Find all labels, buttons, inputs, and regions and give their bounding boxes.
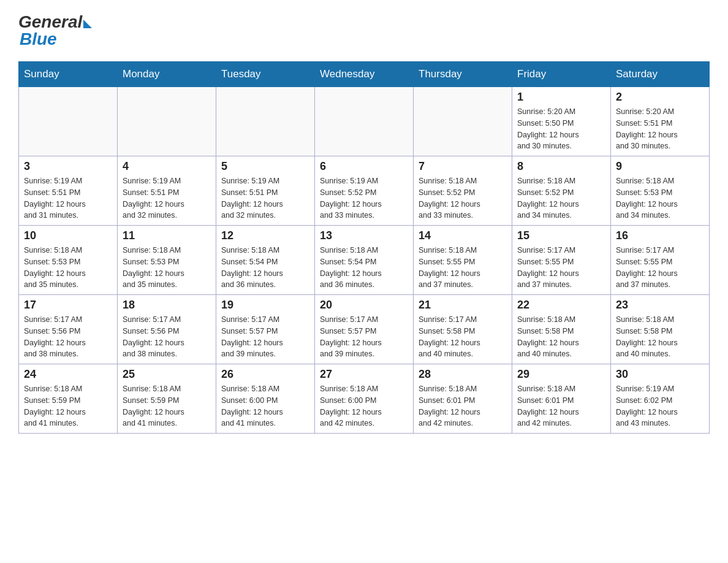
day-number: 2	[616, 91, 704, 104]
day-number: 28	[419, 368, 507, 381]
table-row	[216, 87, 315, 156]
table-row: 28Sunrise: 5:18 AM Sunset: 6:01 PM Dayli…	[414, 364, 512, 434]
day-number: 29	[517, 368, 605, 381]
table-row: 1Sunrise: 5:20 AM Sunset: 5:50 PM Daylig…	[512, 87, 611, 156]
day-info: Sunrise: 5:18 AM Sunset: 5:58 PM Dayligh…	[517, 314, 605, 360]
day-info: Sunrise: 5:18 AM Sunset: 5:54 PM Dayligh…	[320, 245, 408, 291]
table-row: 17Sunrise: 5:17 AM Sunset: 5:56 PM Dayli…	[19, 295, 118, 364]
calendar-header-row: SundayMondayTuesdayWednesdayThursdayFrid…	[19, 62, 710, 87]
day-number: 26	[221, 368, 309, 381]
table-row: 25Sunrise: 5:18 AM Sunset: 5:59 PM Dayli…	[118, 364, 216, 434]
table-row: 16Sunrise: 5:17 AM Sunset: 5:55 PM Dayli…	[611, 226, 710, 295]
day-number: 23	[616, 299, 704, 312]
day-number: 11	[123, 229, 211, 242]
day-info: Sunrise: 5:17 AM Sunset: 5:55 PM Dayligh…	[517, 245, 605, 291]
table-row: 22Sunrise: 5:18 AM Sunset: 5:58 PM Dayli…	[512, 295, 611, 364]
day-number: 6	[320, 160, 408, 173]
table-row: 21Sunrise: 5:17 AM Sunset: 5:58 PM Dayli…	[414, 295, 512, 364]
day-info: Sunrise: 5:19 AM Sunset: 5:51 PM Dayligh…	[221, 175, 309, 221]
day-number: 10	[24, 229, 112, 242]
table-row: 9Sunrise: 5:18 AM Sunset: 5:53 PM Daylig…	[611, 156, 710, 226]
table-row: 30Sunrise: 5:19 AM Sunset: 6:02 PM Dayli…	[611, 364, 710, 434]
day-info: Sunrise: 5:18 AM Sunset: 5:53 PM Dayligh…	[616, 175, 704, 221]
header-monday: Monday	[118, 62, 216, 87]
day-info: Sunrise: 5:18 AM Sunset: 5:53 PM Dayligh…	[24, 245, 112, 291]
table-row: 27Sunrise: 5:18 AM Sunset: 6:00 PM Dayli…	[315, 364, 414, 434]
day-number: 21	[419, 299, 507, 312]
day-number: 30	[616, 368, 704, 381]
logo: General Blue	[18, 12, 92, 49]
header-friday: Friday	[512, 62, 611, 87]
table-row: 23Sunrise: 5:18 AM Sunset: 5:58 PM Dayli…	[611, 295, 710, 364]
page-header: General Blue	[18, 12, 710, 49]
day-number: 5	[221, 160, 309, 173]
day-info: Sunrise: 5:17 AM Sunset: 5:56 PM Dayligh…	[24, 314, 112, 360]
day-info: Sunrise: 5:19 AM Sunset: 5:51 PM Dayligh…	[24, 175, 112, 221]
day-info: Sunrise: 5:18 AM Sunset: 5:58 PM Dayligh…	[616, 314, 704, 360]
day-number: 27	[320, 368, 408, 381]
table-row: 11Sunrise: 5:18 AM Sunset: 5:53 PM Dayli…	[118, 226, 216, 295]
table-row	[315, 87, 414, 156]
week-row-3: 10Sunrise: 5:18 AM Sunset: 5:53 PM Dayli…	[19, 226, 710, 295]
day-info: Sunrise: 5:18 AM Sunset: 5:55 PM Dayligh…	[419, 245, 507, 291]
day-number: 8	[517, 160, 605, 173]
table-row	[414, 87, 512, 156]
day-info: Sunrise: 5:18 AM Sunset: 5:59 PM Dayligh…	[24, 383, 112, 429]
day-number: 12	[221, 229, 309, 242]
week-row-5: 24Sunrise: 5:18 AM Sunset: 5:59 PM Dayli…	[19, 364, 710, 434]
day-info: Sunrise: 5:18 AM Sunset: 6:00 PM Dayligh…	[221, 383, 309, 429]
day-info: Sunrise: 5:18 AM Sunset: 6:01 PM Dayligh…	[419, 383, 507, 429]
table-row: 7Sunrise: 5:18 AM Sunset: 5:52 PM Daylig…	[414, 156, 512, 226]
header-wednesday: Wednesday	[315, 62, 414, 87]
day-info: Sunrise: 5:19 AM Sunset: 5:52 PM Dayligh…	[320, 175, 408, 221]
table-row	[118, 87, 216, 156]
day-number: 9	[616, 160, 704, 173]
table-row: 15Sunrise: 5:17 AM Sunset: 5:55 PM Dayli…	[512, 226, 611, 295]
table-row: 29Sunrise: 5:18 AM Sunset: 6:01 PM Dayli…	[512, 364, 611, 434]
day-info: Sunrise: 5:17 AM Sunset: 5:58 PM Dayligh…	[419, 314, 507, 360]
day-info: Sunrise: 5:18 AM Sunset: 5:53 PM Dayligh…	[123, 245, 211, 291]
day-info: Sunrise: 5:18 AM Sunset: 5:59 PM Dayligh…	[123, 383, 211, 429]
day-info: Sunrise: 5:18 AM Sunset: 6:01 PM Dayligh…	[517, 383, 605, 429]
day-info: Sunrise: 5:17 AM Sunset: 5:55 PM Dayligh…	[616, 245, 704, 291]
day-number: 13	[320, 229, 408, 242]
table-row: 10Sunrise: 5:18 AM Sunset: 5:53 PM Dayli…	[19, 226, 118, 295]
table-row: 19Sunrise: 5:17 AM Sunset: 5:57 PM Dayli…	[216, 295, 315, 364]
day-number: 15	[517, 229, 605, 242]
day-number: 24	[24, 368, 112, 381]
header-thursday: Thursday	[414, 62, 512, 87]
table-row: 18Sunrise: 5:17 AM Sunset: 5:56 PM Dayli…	[118, 295, 216, 364]
day-number: 3	[24, 160, 112, 173]
day-info: Sunrise: 5:17 AM Sunset: 5:57 PM Dayligh…	[221, 314, 309, 360]
day-number: 25	[123, 368, 211, 381]
day-number: 16	[616, 229, 704, 242]
logo-arrow-icon	[83, 20, 92, 28]
table-row: 20Sunrise: 5:17 AM Sunset: 5:57 PM Dayli…	[315, 295, 414, 364]
day-number: 7	[419, 160, 507, 173]
day-number: 22	[517, 299, 605, 312]
day-info: Sunrise: 5:20 AM Sunset: 5:51 PM Dayligh…	[616, 106, 704, 152]
day-number: 17	[24, 299, 112, 312]
table-row: 24Sunrise: 5:18 AM Sunset: 5:59 PM Dayli…	[19, 364, 118, 434]
calendar-table: SundayMondayTuesdayWednesdayThursdayFrid…	[18, 61, 710, 434]
day-number: 20	[320, 299, 408, 312]
day-info: Sunrise: 5:17 AM Sunset: 5:56 PM Dayligh…	[123, 314, 211, 360]
day-number: 1	[517, 91, 605, 104]
week-row-2: 3Sunrise: 5:19 AM Sunset: 5:51 PM Daylig…	[19, 156, 710, 226]
day-info: Sunrise: 5:19 AM Sunset: 5:51 PM Dayligh…	[123, 175, 211, 221]
day-number: 4	[123, 160, 211, 173]
logo-blue-text: Blue	[18, 29, 57, 49]
day-info: Sunrise: 5:18 AM Sunset: 6:00 PM Dayligh…	[320, 383, 408, 429]
day-info: Sunrise: 5:19 AM Sunset: 6:02 PM Dayligh…	[616, 383, 704, 429]
header-tuesday: Tuesday	[216, 62, 315, 87]
day-info: Sunrise: 5:18 AM Sunset: 5:52 PM Dayligh…	[419, 175, 507, 221]
day-info: Sunrise: 5:17 AM Sunset: 5:57 PM Dayligh…	[320, 314, 408, 360]
header-sunday: Sunday	[19, 62, 118, 87]
table-row: 13Sunrise: 5:18 AM Sunset: 5:54 PM Dayli…	[315, 226, 414, 295]
day-number: 14	[419, 229, 507, 242]
day-number: 19	[221, 299, 309, 312]
table-row: 8Sunrise: 5:18 AM Sunset: 5:52 PM Daylig…	[512, 156, 611, 226]
table-row: 26Sunrise: 5:18 AM Sunset: 6:00 PM Dayli…	[216, 364, 315, 434]
table-row: 14Sunrise: 5:18 AM Sunset: 5:55 PM Dayli…	[414, 226, 512, 295]
table-row: 6Sunrise: 5:19 AM Sunset: 5:52 PM Daylig…	[315, 156, 414, 226]
